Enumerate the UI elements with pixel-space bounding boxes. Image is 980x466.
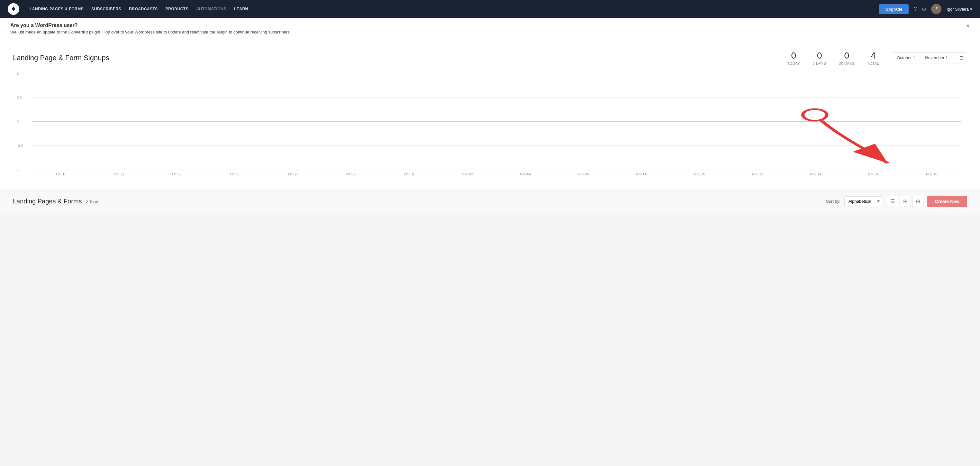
grid-line-05: 0.5 [32, 97, 961, 97]
forms-section: Landing Pages & Forms 2 Total Sort by: A… [0, 189, 980, 214]
forms-section-title: Landing Pages & Forms [13, 198, 82, 205]
stat-7days-value: 0 [813, 51, 826, 61]
grid-icon: ⊞ [903, 198, 907, 204]
chart-container: 1 0.5 0 -0.5 -1 [13, 73, 967, 189]
list-view-button[interactable]: ☰ [887, 196, 898, 207]
chart-x-labels: Oct 19 Oct 21 Oct 23 Oct 25 Oct 27 Oct 2… [32, 172, 961, 176]
notifications-button[interactable]: ⊙ [922, 6, 926, 12]
main-nav: Landing Pages & Forms Subscribers Broadc… [0, 0, 980, 18]
stat-today-value: 0 [788, 51, 800, 61]
stat-total-label: TOTAL [867, 61, 879, 65]
y-label-1: 1 [17, 72, 19, 75]
x-label-oct19: Oct 19 [32, 172, 90, 176]
grid-line-n1: -1 [32, 169, 961, 170]
x-label-oct25: Oct 25 [207, 172, 265, 176]
nav-learn[interactable]: Learn [234, 5, 248, 13]
signups-header: Landing Page & Form Signups 0 TODAY 0 7 … [13, 51, 967, 65]
x-label-nov12: Nov 12 [729, 172, 787, 176]
view-buttons: ☰ ⊞ ⊟ [887, 196, 923, 207]
nav-landing-pages[interactable]: Landing Pages & Forms [30, 5, 84, 13]
bottom-controls: Sort by: Alphabetical Date Created Subsc… [826, 196, 967, 207]
logo[interactable] [8, 3, 19, 15]
filter-icon[interactable]: ☰ [956, 53, 967, 63]
nav-right: Upgrade ? ⊙ IS Igor Silveira ▾ [879, 4, 972, 14]
svg-point-3 [803, 109, 827, 121]
x-label-nov16: Nov 16 [845, 172, 903, 176]
list-icon: ☰ [890, 198, 895, 204]
stat-7days-label: 7 DAYS [813, 61, 826, 65]
stat-7days: 0 7 DAYS [813, 51, 826, 65]
x-label-nov14: Nov 14 [787, 172, 845, 176]
sort-select[interactable]: Alphabetical Date Created Subscribers [844, 196, 883, 206]
signups-title: Landing Page & Form Signups [13, 54, 109, 62]
x-label-nov10: Nov 10 [671, 172, 729, 176]
chevron-down-icon: ▾ [970, 7, 972, 11]
date-range-text[interactable]: October 1... — November 1... [892, 53, 956, 63]
alert-title: Are you a WordPress user? [10, 22, 291, 28]
alert-content: Are you a WordPress user? We just made a… [10, 22, 291, 35]
stat-30days-label: 30 DAYS [839, 61, 854, 65]
y-label-n1: -1 [17, 168, 20, 172]
signups-stats: 0 TODAY 0 7 DAYS 0 30 DAYS 4 TOTAL Octob… [788, 51, 967, 65]
main-content: Landing Page & Form Signups 0 TODAY 0 7 … [0, 40, 980, 189]
nav-links: Landing Pages & Forms Subscribers Broadc… [30, 5, 869, 13]
stat-total-value: 4 [867, 51, 879, 61]
grid-line-1: 1 [32, 73, 961, 73]
x-label-nov08: Nov 08 [612, 172, 671, 176]
grid-line-0: 0 [32, 121, 961, 122]
date-range-picker[interactable]: October 1... — November 1... ☰ [892, 53, 967, 64]
grid-line-n05: -0.5 [32, 145, 961, 146]
section-heading: Landing Pages & Forms 2 Total [13, 198, 98, 205]
x-label-nov06: Nov 06 [555, 172, 613, 176]
stat-30days: 0 30 DAYS [839, 51, 854, 65]
stat-today: 0 TODAY [788, 51, 800, 65]
help-button[interactable]: ? [914, 6, 917, 12]
alert-banner: Are you a WordPress user? We just made a… [0, 18, 980, 40]
nav-broadcasts[interactable]: Broadcasts [129, 5, 158, 13]
y-label-0: 0 [17, 120, 19, 124]
table-icon: ⊟ [916, 198, 920, 204]
nav-products[interactable]: Products [165, 5, 188, 13]
close-alert-button[interactable]: × [966, 22, 970, 29]
x-label-oct29: Oct 29 [323, 172, 381, 176]
create-new-button[interactable]: Create New [927, 196, 967, 207]
upgrade-button[interactable]: Upgrade [879, 4, 909, 14]
forms-count: 2 Total [86, 199, 98, 204]
y-label-n05: -0.5 [17, 144, 23, 148]
nav-subscribers[interactable]: Subscribers [91, 5, 121, 13]
avatar[interactable]: IS [931, 4, 942, 14]
x-label-nov18: Nov 18 [903, 172, 961, 176]
grid-view-button[interactable]: ⊞ [900, 196, 911, 207]
username[interactable]: Igor Silveira ▾ [947, 7, 972, 11]
alert-message: We just made an update to the ConvertKit… [10, 29, 291, 35]
x-label-nov04: Nov 04 [496, 172, 555, 176]
svg-point-2 [13, 7, 14, 8]
x-label-nov02: Nov 02 [439, 172, 497, 176]
stat-30days-value: 0 [839, 51, 854, 61]
x-label-oct21: Oct 21 [90, 172, 148, 176]
chart-area: 1 0.5 0 -0.5 -1 [32, 73, 961, 169]
nav-automations[interactable]: Automations [196, 5, 226, 13]
x-label-oct23: Oct 23 [148, 172, 207, 176]
table-view-button[interactable]: ⊟ [912, 196, 923, 207]
x-label-oct27: Oct 27 [264, 172, 323, 176]
stat-total: 4 TOTAL [867, 51, 879, 65]
x-label-oct31: Oct 31 [380, 172, 439, 176]
y-label-05: 0.5 [17, 96, 22, 99]
sort-label: Sort by: [826, 199, 840, 204]
stat-today-label: TODAY [788, 61, 800, 65]
